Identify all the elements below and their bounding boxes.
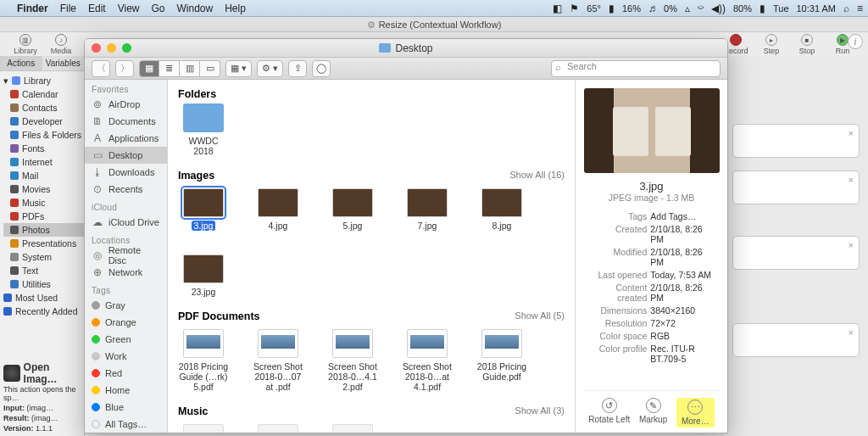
share-button[interactable]: ⇪ xyxy=(288,60,307,77)
toolbar-step-button[interactable]: ▸Step xyxy=(754,34,788,55)
toolbar-stop-button[interactable]: ■Stop xyxy=(790,34,824,55)
app-menu[interactable]: Finder xyxy=(17,3,48,14)
status-airplay-icon[interactable]: ▵ xyxy=(685,3,690,14)
menu-edit[interactable]: Edit xyxy=(88,3,106,14)
file-tile[interactable]: Screen Shot 2018-0…4.1 2.pdf xyxy=(327,329,378,392)
view-column-button[interactable]: ▥ xyxy=(180,60,200,77)
finder-content-area[interactable]: Folders WWDC 2018 Images Show All (16) 3… xyxy=(168,80,575,433)
view-gallery-button[interactable]: ▭ xyxy=(200,60,220,77)
status-weather-icon[interactable]: ⚑ xyxy=(570,3,579,14)
action-close-icon[interactable]: × xyxy=(849,175,854,185)
library-smart-group[interactable]: Recently Added xyxy=(3,305,84,318)
sidebar-item[interactable]: ⊙Recents xyxy=(85,181,167,198)
library-category[interactable]: Text xyxy=(3,264,84,277)
show-all-music[interactable]: Show All (3) xyxy=(515,405,565,416)
library-category[interactable]: Calendar xyxy=(3,87,84,101)
sidebar-item[interactable]: Blue xyxy=(85,399,167,416)
status-wifi-icon[interactable]: ⌔ xyxy=(698,3,704,14)
file-tile[interactable]: 7.jpg xyxy=(402,188,453,231)
view-list-button[interactable]: ≣ xyxy=(159,60,180,77)
nav-back-button[interactable]: 〈 xyxy=(92,60,110,77)
menu-view[interactable]: View xyxy=(118,3,140,14)
battery3-icon[interactable]: ▮ xyxy=(760,3,765,14)
file-tile[interactable]: WWDC 2018 xyxy=(178,103,229,156)
tags-button[interactable]: ◯ xyxy=(312,60,331,77)
library-category[interactable]: Mail xyxy=(3,169,84,182)
library-category[interactable]: Utilities xyxy=(3,277,84,291)
workflow-action-card[interactable]: × xyxy=(732,170,860,204)
menu-help[interactable]: Help xyxy=(225,3,246,14)
file-tile[interactable]: 8.jpg xyxy=(476,188,527,231)
tab-actions[interactable]: Actions xyxy=(0,56,42,70)
status-volume-icon[interactable]: ◀)) xyxy=(711,3,726,14)
action-close-icon[interactable]: × xyxy=(849,240,854,250)
sidebar-item[interactable]: Orange xyxy=(85,314,167,331)
status-apps-icon[interactable]: ◧ xyxy=(553,3,562,14)
menu-file[interactable]: File xyxy=(60,3,76,14)
status-headphones-icon[interactable]: ♬ xyxy=(648,3,656,14)
sidebar-item[interactable]: Green xyxy=(85,331,167,348)
nav-forward-button[interactable]: 〉 xyxy=(115,60,134,77)
tab-variables[interactable]: Variables xyxy=(42,56,85,70)
window-zoom-button[interactable] xyxy=(122,43,131,53)
file-tile[interactable]: ♫First Dance.mp3 xyxy=(178,424,229,433)
preview-action-button[interactable]: ⋯More… xyxy=(676,398,715,428)
sidebar-item[interactable]: ▭Desktop xyxy=(85,147,167,164)
sidebar-item[interactable]: 🗎Documents xyxy=(85,113,167,130)
sidebar-item[interactable]: ⊕Network xyxy=(85,264,167,281)
sidebar-item[interactable]: ⊚AirDrop xyxy=(85,96,167,113)
library-category[interactable]: Contacts xyxy=(3,101,84,115)
library-category[interactable]: Fonts xyxy=(3,142,84,155)
action-close-icon[interactable]: × xyxy=(849,327,854,338)
library-category[interactable]: Internet xyxy=(3,155,84,169)
file-tile[interactable]: 4.jpg xyxy=(253,188,303,231)
library-category[interactable]: Developer xyxy=(3,115,84,128)
workflow-action-card[interactable]: × xyxy=(732,236,860,270)
sidebar-item[interactable]: Red xyxy=(85,365,167,382)
file-tile[interactable]: 2018 Pricing Guide.pdf xyxy=(476,329,527,392)
show-all-images[interactable]: Show All (16) xyxy=(509,170,565,180)
file-tile[interactable]: 23.jpg xyxy=(178,254,229,297)
notification-center-icon[interactable]: ≡ xyxy=(857,3,863,14)
toolbar-media-button[interactable]: ♪Media xyxy=(44,34,78,55)
sidebar-item[interactable]: ⭳Downloads xyxy=(85,164,167,181)
info-bubble-icon[interactable]: i xyxy=(848,34,863,49)
library-category[interactable]: Movies xyxy=(3,182,84,196)
action-dropdown[interactable]: ⚙ ▾ xyxy=(257,60,283,77)
library-category[interactable]: PDFs xyxy=(3,210,84,223)
preview-action-button[interactable]: ↺Rotate Left xyxy=(588,398,630,428)
sidebar-item[interactable]: ◎Remote Disc xyxy=(85,247,167,264)
library-root[interactable]: ▾ Library xyxy=(3,74,84,87)
file-tile[interactable]: 3.jpg xyxy=(178,188,229,231)
window-close-button[interactable] xyxy=(92,43,101,53)
spotlight-icon[interactable]: ⌕ xyxy=(843,3,849,14)
sidebar-item[interactable]: Home xyxy=(85,382,167,399)
sidebar-item[interactable]: Work xyxy=(85,348,167,365)
workflow-action-card[interactable]: × xyxy=(732,323,860,357)
library-category[interactable]: Presentations xyxy=(3,237,84,250)
arrange-dropdown[interactable]: ▦ ▾ xyxy=(225,60,252,77)
menu-go[interactable]: Go xyxy=(152,3,165,14)
file-tile[interactable]: Screen Shot 2018-0…at 4.1.pdf xyxy=(402,329,453,392)
sidebar-item[interactable]: ☁iCloud Drive xyxy=(85,214,167,231)
search-field[interactable]: Search xyxy=(551,60,721,77)
file-tile[interactable]: 5.jpg xyxy=(327,188,378,231)
finder-titlebar[interactable]: Desktop xyxy=(85,39,727,58)
sidebar-item[interactable]: AApplications xyxy=(85,130,167,147)
view-icon-button[interactable]: ▦ xyxy=(139,60,159,77)
file-tile[interactable]: Screen Shot 2018-0…07 at .pdf xyxy=(253,329,303,392)
library-smart-group[interactable]: Most Used xyxy=(3,291,84,305)
menu-window[interactable]: Window xyxy=(177,3,214,14)
library-category[interactable]: Music xyxy=(3,196,84,210)
workflow-action-card[interactable]: × xyxy=(732,124,860,158)
file-tile[interactable]: ♫bridesmaid xyxy=(327,424,378,433)
sidebar-item[interactable]: Gray xyxy=(85,297,167,314)
sidebar-item[interactable]: All Tags… xyxy=(85,416,167,433)
toolbar-library-button[interactable]: ▥Library xyxy=(8,34,42,55)
show-all-pdfs[interactable]: Show All (5) xyxy=(515,310,565,321)
window-minimize-button[interactable] xyxy=(107,43,116,53)
preview-meta-value[interactable]: Add Tags… xyxy=(648,210,719,222)
preview-action-button[interactable]: ✎Markup xyxy=(639,398,667,428)
file-tile[interactable]: 2018 Pricing Guide (…rk) 5.pdf xyxy=(178,329,229,392)
library-category[interactable]: System xyxy=(3,250,84,264)
